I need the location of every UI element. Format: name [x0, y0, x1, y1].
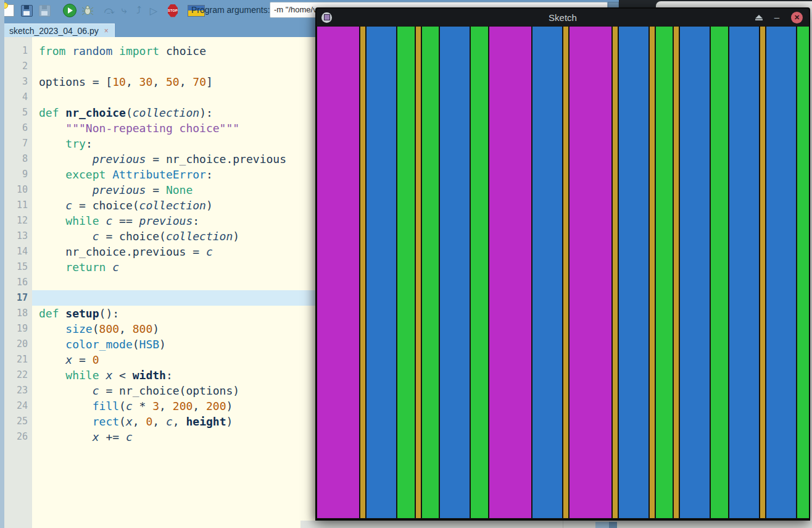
- line-number: 18: [4, 306, 32, 321]
- stripe-green: [470, 26, 489, 519]
- stripe-magenta: [569, 26, 612, 519]
- toolbar-icons: ⤼ ⤷ ⤴ ▷ STOP: [2, 2, 205, 19]
- sketch-canvas: [317, 26, 809, 519]
- thonny-left-border: [0, 0, 4, 528]
- stripe-blue: [618, 26, 649, 519]
- line-number: 15: [4, 259, 32, 275]
- stripe-blue: [532, 26, 563, 519]
- line-number: 19: [4, 321, 32, 337]
- line-number: 25: [4, 414, 32, 429]
- line-number: 8: [4, 151, 32, 167]
- stop-button[interactable]: STOP: [164, 3, 177, 18]
- line-number: 26: [4, 429, 32, 445]
- line-number: 12: [4, 213, 32, 228]
- line-number: 9: [4, 167, 32, 182]
- line-number: 24: [4, 398, 32, 414]
- step-into-icon[interactable]: ⤷: [118, 5, 130, 17]
- stop-sign-icon: STOP: [168, 4, 178, 17]
- line-number: 21: [4, 352, 32, 367]
- line-number: 10: [4, 182, 32, 198]
- maximize-eject-icon[interactable]: [755, 15, 763, 20]
- editor-scrollbar-track[interactable]: [595, 522, 609, 528]
- line-number: 14: [4, 244, 32, 259]
- stripe-magenta: [317, 26, 360, 519]
- open-file-button[interactable]: [20, 3, 33, 18]
- debug-button[interactable]: [81, 3, 94, 18]
- background-divider-line: [563, 521, 563, 528]
- stripe-green: [655, 26, 674, 519]
- stripe-yellow: [673, 26, 679, 519]
- new-file-icon: [4, 4, 14, 17]
- stripe-yellow: [563, 26, 569, 519]
- line-number: 17: [4, 290, 32, 306]
- tab-label: sketch_2023_04_06.py: [9, 26, 99, 36]
- line-number: 5: [4, 105, 32, 120]
- close-icon[interactable]: ✕: [791, 12, 803, 23]
- line-number: 2: [4, 59, 32, 74]
- open-file-icon: [21, 5, 33, 17]
- line-number: 11: [4, 198, 32, 213]
- line-number: 13: [4, 228, 32, 244]
- sketch-app-icon: [321, 12, 332, 23]
- save-file-icon: [39, 5, 51, 17]
- stripe-magenta: [489, 26, 532, 519]
- resume-icon[interactable]: ▷: [148, 5, 159, 17]
- tab-close-icon[interactable]: ×: [104, 27, 109, 35]
- line-number: 23: [4, 383, 32, 398]
- editor-scrollbar-thumb[interactable]: [609, 522, 617, 528]
- step-over-icon[interactable]: ⤼: [104, 5, 115, 17]
- background-window-bottom-edge: [300, 521, 812, 528]
- stripe-yellow: [612, 26, 618, 519]
- sketch-titlebar[interactable]: Sketch – ✕: [317, 9, 809, 26]
- stripe-green: [710, 26, 729, 519]
- line-number: 16: [4, 275, 32, 290]
- stripe-blue: [439, 26, 470, 519]
- save-file-button[interactable]: [38, 3, 51, 18]
- stripe-yellow: [360, 26, 366, 519]
- screen: ⤼ ⤷ ⤴ ▷ STOP Program arguments: -m "/hom…: [0, 0, 812, 528]
- sketch-window: Sketch – ✕: [315, 7, 810, 521]
- step-buttons-disabled: ⤼ ⤷ ⤴ ▷: [104, 5, 159, 17]
- line-number: 1: [4, 43, 32, 59]
- stripe-yellow: [649, 26, 655, 519]
- step-out-icon[interactable]: ⤴: [133, 5, 144, 17]
- stripe-yellow: [760, 26, 766, 519]
- stripe-blue: [366, 26, 397, 519]
- sketch-window-title: Sketch: [317, 12, 809, 23]
- stripe-green: [421, 26, 440, 519]
- stripe-green: [397, 26, 415, 519]
- tab-sketch-file[interactable]: sketch_2023_04_06.py ×: [3, 23, 115, 38]
- line-number: 7: [4, 136, 32, 151]
- stripe-blue: [679, 26, 710, 519]
- program-arguments-label: Program arguments:: [191, 5, 270, 15]
- line-number: 6: [4, 120, 32, 136]
- line-number: 4: [4, 90, 32, 105]
- stripe-blue: [729, 26, 760, 519]
- minimize-icon[interactable]: –: [774, 14, 779, 20]
- run-icon: [63, 4, 77, 17]
- stripe-blue: [766, 26, 797, 519]
- line-number: 20: [4, 337, 32, 352]
- line-number: 22: [4, 367, 32, 383]
- stripe-green: [797, 26, 809, 519]
- sketch-window-buttons: – ✕: [755, 9, 803, 26]
- stripe-yellow: [415, 26, 421, 519]
- run-button[interactable]: [63, 3, 77, 18]
- line-number: 3: [4, 74, 32, 90]
- debug-bug-icon: [81, 4, 94, 17]
